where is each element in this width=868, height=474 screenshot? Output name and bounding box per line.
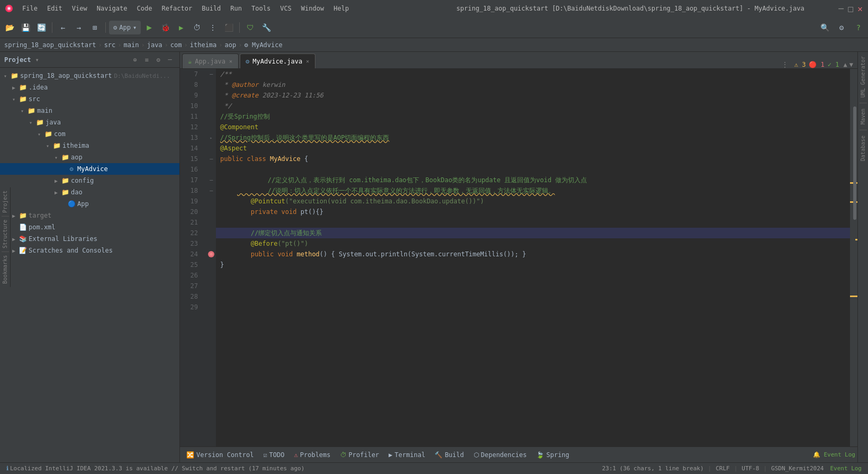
debug-button[interactable]: 🐞 [158, 20, 173, 35]
tree-config[interactable]: ▶ 📁 config [0, 175, 179, 186]
status-crlf[interactable]: CRLF [713, 465, 732, 472]
tree-itheima[interactable]: ▾ 📁 itheima [0, 140, 179, 151]
tab-terminal[interactable]: ▶ Terminal [384, 449, 429, 461]
menu-refactor[interactable]: Refactor [157, 4, 196, 13]
panel-settings-button[interactable]: ⚙ [153, 55, 164, 65]
status-eventlog[interactable]: Event Log [828, 465, 864, 472]
scrollbar-thumb[interactable] [853, 106, 856, 220]
editor-scrollbar[interactable] [850, 69, 857, 446]
gutter-17[interactable]: − [206, 175, 216, 185]
tab-todo[interactable]: ☑ TODO [259, 449, 288, 461]
hint-down[interactable]: ▼ [849, 61, 853, 68]
more-run-button[interactable]: ⋮ [205, 20, 220, 35]
left-tab-project[interactable]: Project [1, 187, 9, 216]
right-tool-maven[interactable]: Maven [859, 106, 867, 127]
left-tab-bookmarks[interactable]: Bookmarks [1, 252, 9, 287]
recent-button[interactable]: ⊞ [87, 20, 102, 35]
tree-app[interactable]: ▶ 🔵 App [0, 198, 179, 210]
event-log-button[interactable]: 🔔 Event Log [813, 451, 855, 458]
tab-appjava[interactable]: ☕ App.java ✕ [182, 53, 239, 68]
maximize-button[interactable]: □ [847, 5, 854, 12]
stop-button[interactable]: ⬛ [221, 20, 236, 35]
tree-main[interactable]: ▾ 📁 main [0, 105, 179, 117]
left-tab-structure[interactable]: Structure [1, 216, 9, 251]
status-notification[interactable]: ℹ Localized IntelliJ IDEA 2021.3.3 is av… [4, 463, 306, 474]
gutter-7[interactable]: − [206, 69, 216, 79]
menu-edit[interactable]: Edit [43, 4, 67, 13]
editor-content[interactable]: 7 8 9 10 11 12 13 14 15 16 17 18 19 20 2… [180, 69, 857, 446]
error-count[interactable]: 🔴 1 [809, 61, 824, 68]
status-branch[interactable]: GSDN_Kermit2024 [769, 465, 826, 472]
tab-spring[interactable]: 🍃 Spring [532, 449, 573, 461]
recent-files-button[interactable]: ⋮ [782, 61, 788, 68]
tab-appjava-close[interactable]: ✕ [229, 58, 233, 65]
breadcrumb-src[interactable]: src [104, 41, 116, 49]
settings-button[interactable]: ⚙ [834, 20, 849, 35]
open-file-button[interactable]: 📂 [2, 20, 17, 35]
panel-close-button[interactable]: ─ [165, 55, 175, 65]
code-area[interactable]: /** * @author kerwin * @create 2023-12-2… [216, 69, 850, 446]
tab-dependencies[interactable]: ⬡ Dependencies [469, 449, 531, 461]
tree-com[interactable]: ▾ 📁 com [0, 128, 179, 140]
locate-file-button[interactable]: ⊕ [130, 55, 140, 65]
menu-help[interactable]: Help [329, 4, 353, 13]
menu-build[interactable]: Build [197, 4, 225, 13]
breakpoint-icon[interactable] [207, 251, 215, 258]
close-button[interactable]: ✕ [856, 5, 864, 12]
menu-window[interactable]: Window [297, 4, 328, 13]
tree-target[interactable]: ▶ 📁 target [0, 210, 179, 221]
refresh-button[interactable]: 🔄 [34, 20, 49, 35]
minimize-button[interactable]: ─ [837, 5, 845, 12]
tab-profiler[interactable]: ⏱ Profiler [336, 449, 384, 461]
breadcrumb-com[interactable]: com [170, 41, 182, 49]
menu-navigate[interactable]: Navigate [93, 4, 132, 13]
tree-external-libs[interactable]: ▶ 📚 External Libraries [0, 233, 179, 245]
tree-scratches[interactable]: ▶ 📝 Scratches and Consoles [0, 245, 179, 256]
breadcrumb-java[interactable]: java [147, 41, 162, 49]
warning-count[interactable]: ⚠ 3 [794, 61, 806, 68]
tab-version-control[interactable]: 🔀 Version Control [182, 449, 258, 461]
tree-src[interactable]: ▾ 📁 src [0, 93, 179, 105]
gutter-18[interactable]: − [206, 185, 216, 196]
status-position[interactable]: 23:1 (36 chars, 1 line break) [600, 465, 706, 472]
tree-idea[interactable]: ▶ 📁 .idea [0, 82, 179, 93]
project-tree[interactable]: ▾ 📁 spring_18_aop_quickstart D:\BaiduNet… [0, 68, 179, 462]
status-charset[interactable]: UTF-8 [739, 465, 761, 472]
project-panel-dropdown[interactable]: ▾ [35, 56, 39, 64]
run-with-coverage-button[interactable]: ▶ [174, 20, 188, 35]
tab-myadvice-close[interactable]: ✕ [305, 58, 310, 65]
back-button[interactable]: ← [56, 20, 70, 35]
tab-build[interactable]: 🔨 Build [430, 449, 468, 461]
run-button[interactable]: ▶ [142, 20, 157, 35]
breadcrumb-aop[interactable]: aop [225, 41, 237, 49]
forward-button[interactable]: → [71, 20, 86, 35]
save-button[interactable]: 💾 [18, 20, 33, 35]
hint-up[interactable]: ▲ [844, 61, 847, 68]
breadcrumb-main[interactable]: main [124, 41, 139, 49]
coverage-button[interactable]: 🛡 [243, 20, 258, 35]
tree-pomxml[interactable]: ▶ 📄 pom.xml [0, 221, 179, 233]
tab-myadvice[interactable]: ⚙ MyAdvice.java ✕ [240, 53, 315, 68]
tree-root[interactable]: ▾ 📁 spring_18_aop_quickstart D:\BaiduNet… [0, 70, 179, 82]
right-tool-database[interactable]: Database [859, 133, 867, 163]
help-icon-button[interactable]: ? [851, 20, 866, 35]
profile-button[interactable]: ⏱ [189, 20, 204, 35]
menu-run[interactable]: Run [226, 4, 246, 13]
tree-myadvice[interactable]: ▶ ⚙ MyAdvice [0, 163, 179, 175]
gutter-13[interactable]: ▸ [206, 132, 216, 143]
tree-aop[interactable]: ▾ 📁 aop [0, 151, 179, 163]
tree-java[interactable]: ▾ 📁 java [0, 117, 179, 128]
collapse-all-button[interactable]: ≡ [141, 55, 152, 65]
menu-tools[interactable]: Tools [247, 4, 275, 13]
breadcrumb-root[interactable]: spring_18_aop_quickstart [4, 41, 96, 49]
tab-problems[interactable]: ⚠ Problems [290, 449, 335, 461]
run-configuration[interactable]: ⚙ App ▾ [109, 21, 141, 34]
gutter-15[interactable]: − [206, 154, 216, 164]
search-everywhere-button[interactable]: 🔍 [817, 20, 832, 35]
ok-count[interactable]: ✓ 1 [828, 61, 839, 68]
tree-dao[interactable]: ▶ 📁 dao [0, 186, 179, 198]
right-tool-uml[interactable]: UML Generator [859, 54, 867, 100]
menu-code[interactable]: Code [133, 4, 157, 13]
breadcrumb-myadvice[interactable]: ⚙ MyAdvice [244, 41, 282, 49]
menu-file[interactable]: File [18, 4, 42, 13]
